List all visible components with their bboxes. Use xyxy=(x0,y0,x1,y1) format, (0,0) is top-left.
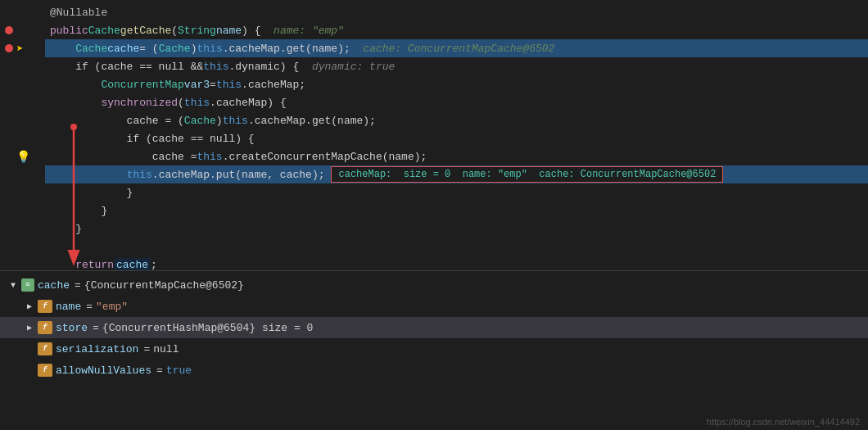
var-name-name: name xyxy=(56,301,81,313)
debug-row-serialization[interactable]: f serialization = null xyxy=(0,338,868,360)
gutter-2 xyxy=(0,21,45,39)
code-content-7: cache = (Cache)this.cacheMap.get(name); xyxy=(45,111,868,129)
code-content-14 xyxy=(45,238,868,256)
code-line-11: } xyxy=(0,183,868,201)
code-content-5: ConcurrentMap var3 = this.cacheMap; xyxy=(45,75,868,93)
gutter-13 xyxy=(0,220,45,238)
var-value-serial: null xyxy=(153,343,179,355)
var-name-serial: serialization xyxy=(56,343,138,355)
tree-icon-cache: ≡ xyxy=(21,278,34,292)
code-content-6: synchronized(this.cacheMap) { xyxy=(45,93,868,111)
watermark: https://blog.csdn.net/weixin_44414492 xyxy=(707,417,860,427)
gutter-14 xyxy=(0,238,45,256)
gutter-5 xyxy=(0,75,45,93)
code-content-12: } xyxy=(45,201,868,220)
code-line-7: cache = (Cache)this.cacheMap.get(name); xyxy=(0,111,868,129)
code-content-10: this.cacheMap.put(name, cache); cacheMap… xyxy=(45,165,868,183)
gutter-10 xyxy=(0,165,45,183)
gutter-7 xyxy=(0,111,45,129)
code-content-1: @Nullable xyxy=(45,3,868,21)
gutter-12 xyxy=(0,201,45,220)
current-line-arrow: ➤ xyxy=(16,42,23,56)
expand-icon-cache[interactable]: ▼ xyxy=(7,278,20,292)
debug-row-store[interactable]: ▶ f store = {ConcurrentHashMap@6504} siz… xyxy=(0,317,868,338)
var-name-cache: cache xyxy=(38,279,70,292)
code-content-4: if (cache == null && this.dynamic) { dyn… xyxy=(45,57,868,75)
var-name-allownull: allowNullValues xyxy=(56,364,151,377)
field-icon-serial: f xyxy=(38,342,52,355)
expand-icon-allownull xyxy=(23,364,36,377)
code-line-14 xyxy=(0,238,868,256)
field-icon-allownull: f xyxy=(38,364,52,377)
var-value-store: {ConcurrentHashMap@6504} xyxy=(102,322,262,334)
breakpoint-icon xyxy=(5,44,13,52)
code-line-8: if (cache == null) { xyxy=(0,129,868,147)
gutter-8 xyxy=(0,129,45,147)
breakpoint-icon xyxy=(5,26,13,34)
debug-tooltip: cacheMap: size = 0 name: "emp" cache: Co… xyxy=(331,166,723,183)
code-line-1: @Nullable xyxy=(0,3,868,21)
code-line-13: } xyxy=(0,220,868,238)
debug-row-allownull[interactable]: f allowNullValues = true xyxy=(0,360,868,381)
debug-tree: ▼ ≡ cache = {ConcurrentMapCache@6502} ▶ … xyxy=(0,271,868,384)
var-value-name: "emp" xyxy=(96,301,128,313)
code-line-6: synchronized(this.cacheMap) { xyxy=(0,93,868,111)
gutter-1 xyxy=(0,3,45,21)
code-line-5: ConcurrentMap var3 = this.cacheMap; xyxy=(0,75,868,93)
expand-icon-serial xyxy=(23,342,36,355)
code-content-3: Cache cache = (Cache)this.cacheMap.get(n… xyxy=(45,39,868,57)
code-content-15: return cache; xyxy=(45,256,868,270)
code-line-10: this.cacheMap.put(name, cache); cacheMap… xyxy=(0,165,868,183)
expand-icon-store[interactable]: ▶ xyxy=(23,321,36,334)
code-line-4: if (cache == null && this.dynamic) { dyn… xyxy=(0,57,868,75)
code-content-8: if (cache == null) { xyxy=(45,129,868,147)
var-value-allownull: true xyxy=(166,364,192,377)
var-value-store-size: size = 0 xyxy=(262,322,313,334)
code-editor: @Nullable public Cache getCache(String n… xyxy=(0,0,868,270)
bulb-icon: 💡 xyxy=(16,150,30,164)
code-line-9: 💡 cache = this.createConcurrentMapCache(… xyxy=(0,147,868,165)
gutter-6 xyxy=(0,93,45,111)
gutter-11 xyxy=(0,183,45,201)
code-content-2: public Cache getCache(String name) { nam… xyxy=(45,21,868,39)
gutter-15 xyxy=(0,256,45,270)
field-icon-store: f xyxy=(38,321,52,334)
code-line-2: public Cache getCache(String name) { nam… xyxy=(0,21,868,39)
debug-row-cache[interactable]: ▼ ≡ cache = {ConcurrentMapCache@6502} xyxy=(0,274,868,296)
gutter-3: ➤ xyxy=(0,39,45,57)
code-content-11: } xyxy=(45,183,868,201)
expand-icon-name[interactable]: ▶ xyxy=(23,300,36,313)
code-content-13: } xyxy=(45,220,868,238)
debug-row-name[interactable]: ▶ f name = "emp" xyxy=(0,296,868,317)
var-name-store: store xyxy=(56,322,88,334)
code-line-12: } xyxy=(0,201,868,220)
code-line-15: return cache; xyxy=(0,256,868,270)
field-icon-name: f xyxy=(38,300,52,313)
var-value-cache: {ConcurrentMapCache@6502} xyxy=(84,279,244,292)
code-content-9: cache = this.createConcurrentMapCache(na… xyxy=(45,147,868,165)
gutter-9: 💡 xyxy=(0,147,45,165)
debug-panel: ▼ ≡ cache = {ConcurrentMapCache@6502} ▶ … xyxy=(0,270,868,430)
annotation: @Nullable xyxy=(50,7,107,19)
code-line-3: ➤ Cache cache = (Cache)this.cacheMap.get… xyxy=(0,39,868,57)
cache-highlight: cache xyxy=(114,258,151,271)
gutter-4 xyxy=(0,57,45,75)
